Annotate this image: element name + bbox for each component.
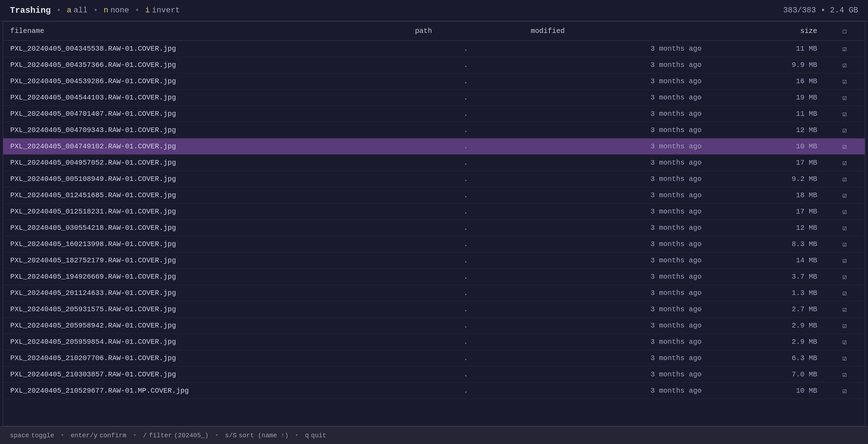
cell-size: 18 MB (709, 187, 824, 204)
checkbox-checked-icon: ☑ (842, 94, 847, 102)
col-header-modified[interactable]: modified (524, 22, 709, 41)
cell-size: 7.0 MB (709, 366, 824, 383)
cell-modified: 3 months ago (524, 350, 709, 366)
cell-checkbox[interactable]: ☑ (824, 383, 865, 399)
cell-checkbox[interactable]: ☑ (824, 155, 865, 171)
cell-checkbox[interactable]: ☑ (824, 41, 865, 57)
cell-filename: PXL_20240405_004357366.RAW-01.COVER.jpg (3, 57, 408, 73)
col-header-size[interactable]: size (709, 22, 824, 41)
cell-filename: PXL_20240405_201124633.RAW-01.COVER.jpg (3, 285, 408, 301)
table-row[interactable]: PXL_20240405_201124633.RAW-01.COVER.jpg.… (3, 285, 865, 301)
table-row[interactable]: PXL_20240405_205959854.RAW-01.COVER.jpg.… (3, 334, 865, 350)
table-row[interactable]: PXL_20240405_182752179.RAW-01.COVER.jpg.… (3, 252, 865, 269)
shortcut-key-n[interactable]: n (103, 6, 108, 15)
checkbox-checked-icon: ☑ (842, 224, 847, 232)
cell-path: . (408, 350, 524, 366)
checkbox-checked-icon: ☑ (842, 354, 847, 363)
table-row[interactable]: PXL_20240405_004749102.RAW-01.COVER.jpg.… (3, 138, 865, 155)
col-header-path[interactable]: path (408, 22, 524, 41)
footer-sep-1: • (61, 432, 64, 439)
table-row[interactable]: PXL_20240405_205958942.RAW-01.COVER.jpg.… (3, 318, 865, 334)
cell-checkbox[interactable]: ☑ (824, 236, 865, 252)
cell-path: . (408, 41, 524, 57)
cell-checkbox[interactable]: ☑ (824, 220, 865, 236)
cell-checkbox[interactable]: ☑ (824, 301, 865, 318)
table-row[interactable]: PXL_20240405_030554218.RAW-01.COVER.jpg.… (3, 220, 865, 236)
cell-checkbox[interactable]: ☑ (824, 204, 865, 220)
checkbox-checked-icon: ☑ (842, 257, 847, 265)
cell-path: . (408, 366, 524, 383)
checkbox-checked-icon: ☑ (842, 61, 847, 69)
cell-checkbox[interactable]: ☑ (824, 138, 865, 155)
cell-checkbox[interactable]: ☑ (824, 318, 865, 334)
table-row[interactable]: PXL_20240405_210207706.RAW-01.COVER.jpg.… (3, 350, 865, 366)
table-row[interactable]: PXL_20240405_194926669.RAW-01.COVER.jpg.… (3, 269, 865, 285)
cell-checkbox[interactable]: ☑ (824, 350, 865, 366)
cell-modified: 3 months ago (524, 155, 709, 171)
table-row[interactable]: PXL_20240405_012451685.RAW-01.COVER.jpg.… (3, 187, 865, 204)
cell-filename: PXL_20240405_012451685.RAW-01.COVER.jpg (3, 187, 408, 204)
shortcut-key-a[interactable]: a (67, 6, 71, 15)
cell-checkbox[interactable]: ☑ (824, 122, 865, 138)
footer-key-quit[interactable]: q (305, 432, 309, 439)
cell-size: 3.7 MB (709, 269, 824, 285)
cell-checkbox[interactable]: ☑ (824, 269, 865, 285)
cell-checkbox[interactable]: ☑ (824, 334, 865, 350)
shortcut-key-i[interactable]: i (145, 6, 150, 15)
cell-checkbox[interactable]: ☑ (824, 252, 865, 269)
footer-key-filter[interactable]: / (143, 432, 147, 439)
table-row[interactable]: PXL_20240405_004345538.RAW-01.COVER.jpg.… (3, 41, 865, 57)
footer-item-enter: enter/y confirm (71, 432, 126, 439)
cell-path: . (408, 57, 524, 73)
table-row[interactable]: PXL_20240405_005108949.RAW-01.COVER.jpg.… (3, 171, 865, 187)
table-row[interactable]: PXL_20240405_004357366.RAW-01.COVER.jpg.… (3, 57, 865, 73)
cell-filename: PXL_20240405_005108949.RAW-01.COVER.jpg (3, 171, 408, 187)
cell-checkbox[interactable]: ☑ (824, 90, 865, 106)
cell-size: 11 MB (709, 106, 824, 122)
cell-size: 12 MB (709, 122, 824, 138)
cell-checkbox[interactable]: ☑ (824, 171, 865, 187)
app-title: Trashing (10, 6, 51, 15)
cell-checkbox[interactable]: ☑ (824, 57, 865, 73)
table-row[interactable]: PXL_20240405_004709343.RAW-01.COVER.jpg.… (3, 122, 865, 138)
cell-checkbox[interactable]: ☑ (824, 73, 865, 90)
footer-key-space[interactable]: space (10, 432, 29, 439)
file-table: filename path modified size ☐ PXL_202404… (3, 22, 865, 399)
cell-filename: PXL_20240405_160213998.RAW-01.COVER.jpg (3, 236, 408, 252)
cell-checkbox[interactable]: ☑ (824, 106, 865, 122)
cell-checkbox[interactable]: ☑ (824, 285, 865, 301)
table-row[interactable]: PXL_20240405_205931575.RAW-01.COVER.jpg.… (3, 301, 865, 318)
col-header-checkbox[interactable]: ☐ (824, 22, 865, 41)
table-row[interactable]: PXL_20240405_210529677.RAW-01.MP.COVER.j… (3, 383, 865, 399)
col-header-filename[interactable]: filename (3, 22, 408, 41)
header-sep-2: • (93, 6, 98, 15)
table-row[interactable]: PXL_20240405_004957052.RAW-01.COVER.jpg.… (3, 155, 865, 171)
table-row[interactable]: PXL_20240405_004544103.RAW-01.COVER.jpg.… (3, 90, 865, 106)
cell-checkbox[interactable]: ☑ (824, 366, 865, 383)
shortcut-all: a all (67, 6, 88, 15)
cell-modified: 3 months ago (524, 106, 709, 122)
cell-modified: 3 months ago (524, 334, 709, 350)
footer-key-sort[interactable]: s/S (225, 432, 236, 439)
cell-modified: 3 months ago (524, 269, 709, 285)
footer-key-enter[interactable]: enter/y (71, 432, 98, 439)
cell-filename: PXL_20240405_205959854.RAW-01.COVER.jpg (3, 334, 408, 350)
table-row[interactable]: PXL_20240405_004701407.RAW-01.COVER.jpg.… (3, 106, 865, 122)
checkbox-checked-icon: ☑ (842, 78, 847, 86)
file-count: 383/383 (783, 6, 816, 15)
table-row[interactable]: PXL_20240405_160213998.RAW-01.COVER.jpg.… (3, 236, 865, 252)
cell-checkbox[interactable]: ☑ (824, 187, 865, 204)
footer-item-filter: / filter (202405_) (143, 432, 209, 439)
header-right: 383/383 • 2.4 GB (783, 6, 858, 15)
table-row[interactable]: PXL_20240405_210303857.RAW-01.COVER.jpg.… (3, 366, 865, 383)
cell-modified: 3 months ago (524, 383, 709, 399)
cell-size: 19 MB (709, 90, 824, 106)
table-row[interactable]: PXL_20240405_004539286.RAW-01.COVER.jpg.… (3, 73, 865, 90)
cell-modified: 3 months ago (524, 220, 709, 236)
header-sep-1: • (56, 6, 61, 15)
table-row[interactable]: PXL_20240405_012518231.RAW-01.COVER.jpg.… (3, 204, 865, 220)
footer-bar: space toggle • enter/y confirm • / filte… (0, 426, 868, 444)
checkbox-checked-icon: ☑ (842, 273, 847, 281)
checkbox-checked-icon: ☑ (842, 110, 847, 118)
cell-modified: 3 months ago (524, 285, 709, 301)
